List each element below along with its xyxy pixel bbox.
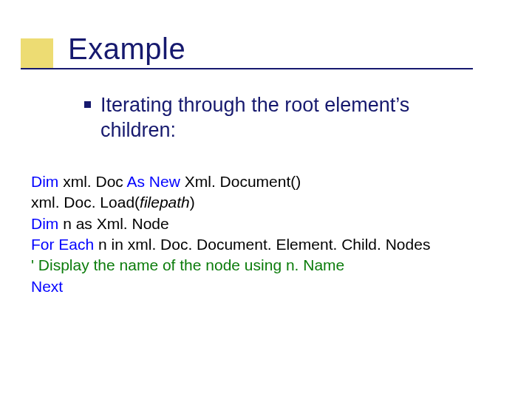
- code-text: xml. Doc. Load(: [31, 194, 140, 211]
- code-param: filepath: [140, 194, 190, 211]
- keyword: Next: [31, 278, 63, 295]
- slide-title: Example: [68, 33, 185, 66]
- code-comment: ' Display the name of the node using n. …: [31, 256, 344, 273]
- title-accent-box: [21, 38, 53, 69]
- code-line-1: Dim xml. Doc As New Xml. Document(): [31, 171, 497, 192]
- code-text: Xml. Document(): [180, 173, 301, 190]
- code-line-3: Dim n as Xml. Node: [31, 214, 497, 234]
- code-text: ): [190, 194, 195, 211]
- code-text: xml. Doc: [58, 173, 126, 190]
- title-underline: [21, 68, 473, 69]
- code-line-5: ' Display the name of the node using n. …: [31, 255, 497, 276]
- square-bullet-icon: [84, 101, 91, 108]
- code-line-6: Next: [31, 276, 497, 297]
- code-line-4: For Each n in xml. Doc. Document. Elemen…: [31, 234, 497, 255]
- keyword: For Each: [31, 236, 94, 253]
- slide: Example Iterating through the root eleme…: [0, 0, 532, 399]
- keyword: Dim: [31, 215, 58, 232]
- code-block: Dim xml. Doc As New Xml. Document() xml.…: [31, 171, 497, 297]
- keyword: Dim: [31, 173, 58, 190]
- code-line-2: xml. Doc. Load(filepath): [31, 192, 497, 213]
- code-text: n as Xml. Node: [58, 215, 168, 232]
- bullet-text: Iterating through the root element’s chi…: [100, 93, 485, 143]
- keyword: As New: [127, 173, 180, 190]
- code-text: n in xml. Doc. Document. Element. Child.…: [94, 236, 430, 253]
- bullet-item: Iterating through the root element’s chi…: [100, 93, 485, 143]
